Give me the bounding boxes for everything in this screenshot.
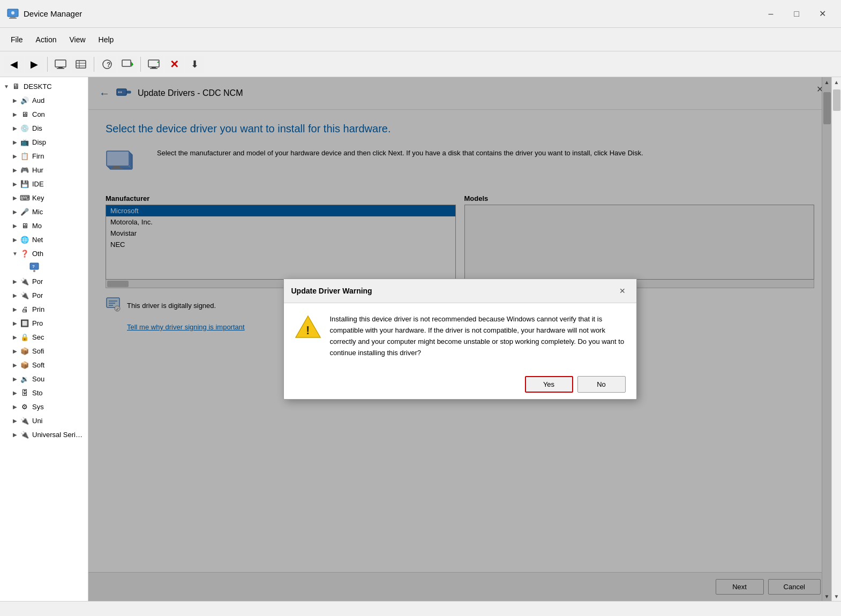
tree-expander-desktop[interactable]: ▼ (2, 82, 11, 91)
menu-help[interactable]: Help (92, 33, 121, 46)
svg-rect-1 (10, 17, 16, 18)
tree-expander-network[interactable]: ▶ (11, 235, 19, 244)
tree-label-keyboard: Key (32, 194, 44, 202)
toolbar-list-button[interactable] (71, 56, 91, 73)
tree-item-universal[interactable]: ▶ Uni (0, 414, 88, 427)
tree-icon-system (19, 401, 30, 412)
tree-item-security[interactable]: ▶ Sec (0, 330, 88, 344)
tree-item-processors[interactable]: ▶ Pro (0, 316, 88, 330)
toolbar-separator-3 (140, 57, 141, 72)
tree-item-software1[interactable]: ▶ Sofi (0, 344, 88, 358)
tree-expander-keyboard[interactable]: ▶ (11, 193, 19, 202)
tree-expander-ports2[interactable]: ▶ (11, 291, 19, 299)
tree-item-system[interactable]: ▶ Sys (0, 400, 88, 414)
toolbar-computer-button[interactable] (51, 56, 70, 73)
tree-expander-other-sub (20, 263, 29, 272)
tree-expander-monitors[interactable]: ▶ (11, 221, 19, 230)
main-scrollbar-arrow-up[interactable]: ▲ (832, 77, 842, 87)
tree-icon-keyboard (19, 192, 30, 203)
tree-expander-other[interactable]: ▼ (11, 249, 19, 258)
tree-item-ports2[interactable]: ▶ Por (0, 288, 88, 302)
tree-item-audio[interactable]: ▶ Aud (0, 93, 88, 107)
tree-expander-ide[interactable]: ▶ (11, 179, 19, 188)
tree-label-storage: Sto (32, 389, 43, 397)
toolbar-remove-button[interactable]: ✕ (164, 56, 184, 73)
tree-item-computer[interactable]: ▶ Con (0, 107, 88, 121)
window-close-button[interactable]: ✕ (810, 5, 835, 22)
tree-expander-computer[interactable]: ▶ (11, 110, 19, 118)
minimize-button[interactable]: – (759, 5, 783, 22)
svg-rect-4 (55, 60, 66, 67)
main-area: ▼ DESKTC ▶ Aud ▶ Con ▶ Dis ▶ Disp ▶ Firn (0, 77, 841, 601)
toolbar-scan-button[interactable] (118, 56, 137, 73)
tree-expander-ports1[interactable]: ▶ (11, 277, 19, 286)
tree-icon-firmware (19, 151, 30, 161)
toolbar-back-button[interactable]: ◀ (4, 56, 24, 73)
tree-expander-hid[interactable]: ▶ (11, 166, 19, 174)
tree-expander-storage[interactable]: ▶ (11, 388, 19, 397)
tree-icon-disk (19, 123, 30, 133)
svg-rect-13 (122, 60, 131, 66)
update-drivers-dialog: ✕ ← Update Drivers - CDC NCM Select th (88, 77, 831, 601)
tree-label-network: Net (32, 236, 43, 244)
menu-view[interactable]: View (63, 33, 92, 46)
tree-expander-software1[interactable]: ▶ (11, 347, 19, 355)
tree-expander-audio[interactable]: ▶ (11, 96, 19, 104)
tree-label-software1: Sofi (32, 347, 44, 355)
main-scrollbar-thumb[interactable] (833, 89, 840, 111)
tree-item-ports1[interactable]: ▶ Por (0, 274, 88, 288)
tree-expander-security[interactable]: ▶ (11, 333, 19, 341)
tree-item-monitors[interactable]: ▶ Mo (0, 219, 88, 232)
main-scrollbar-arrow-down[interactable]: ▼ (832, 591, 842, 601)
tree-item-disk[interactable]: ▶ Dis (0, 121, 88, 135)
tree-expander-display[interactable]: ▶ (11, 138, 19, 146)
tree-label-disk: Dis (32, 124, 42, 132)
tree-item-storage[interactable]: ▶ Sto (0, 386, 88, 400)
tree-item-other-sub[interactable]: ? (0, 260, 88, 274)
warning-no-button[interactable]: No (577, 376, 626, 393)
toolbar-download-button[interactable]: ⬇ (185, 56, 204, 73)
tree-icon-network (19, 234, 30, 245)
tree-expander-printers[interactable]: ▶ (11, 305, 19, 313)
toolbar-properties-button[interactable]: ? (97, 56, 117, 73)
tree-expander-firmware[interactable]: ▶ (11, 152, 19, 160)
svg-rect-5 (58, 67, 63, 68)
tree-item-network[interactable]: ▶ Net (0, 232, 88, 246)
svg-text:!: ! (306, 324, 310, 337)
tree-item-usb[interactable]: ▶ Universal Serial Bus devices (0, 427, 88, 441)
tree-expander-universal[interactable]: ▶ (11, 416, 19, 425)
menu-file[interactable]: File (4, 33, 29, 46)
warning-close-button[interactable]: ✕ (616, 284, 629, 297)
main-scrollbar[interactable]: ▲ ▼ (831, 77, 841, 601)
tree-item-keyboard[interactable]: ▶ Key (0, 191, 88, 205)
tree-item-display[interactable]: ▶ Disp (0, 135, 88, 149)
tree-expander-disk[interactable]: ▶ (11, 124, 19, 132)
tree-expander-system[interactable]: ▶ (11, 402, 19, 411)
tree-expander-sound[interactable]: ▶ (11, 374, 19, 383)
maximize-button[interactable]: □ (784, 5, 809, 22)
tree-item-hid[interactable]: ▶ Hur (0, 163, 88, 177)
tree-expander-usb[interactable]: ▶ (11, 430, 19, 439)
tree-item-printers[interactable]: ▶ Prin (0, 302, 88, 316)
tree-icon-software2 (19, 359, 30, 370)
tree-item-sound[interactable]: ▶ Sou (0, 372, 88, 386)
tree-item-desktop[interactable]: ▼ DESKTC (0, 79, 88, 93)
warning-dialog-body: ! Installing this device driver is not r… (284, 303, 636, 369)
tree-item-software2[interactable]: ▶ Soft (0, 358, 88, 372)
toolbar-monitor-button[interactable] (144, 56, 163, 73)
tree-expander-processors[interactable]: ▶ (11, 319, 19, 327)
main-scrollbar-track (832, 87, 841, 591)
tree-label-display: Disp (32, 138, 46, 146)
tree-expander-software2[interactable]: ▶ (11, 360, 19, 369)
tree-label-universal: Uni (32, 417, 43, 425)
tree-item-ide[interactable]: ▶ IDE (0, 177, 88, 191)
tree-item-firmware[interactable]: ▶ Firn (0, 149, 88, 163)
tree-item-other[interactable]: ▼ Oth (0, 246, 88, 260)
toolbar-forward-button[interactable]: ▶ (25, 56, 44, 73)
tree-expander-mice[interactable]: ▶ (11, 207, 19, 216)
warning-overlay: Update Driver Warning ✕ ! Installing thi (88, 77, 831, 601)
tree-label-computer: Con (32, 110, 45, 118)
menu-action[interactable]: Action (29, 33, 63, 46)
warning-yes-button[interactable]: Yes (525, 376, 573, 393)
tree-item-mice[interactable]: ▶ Mic (0, 205, 88, 219)
